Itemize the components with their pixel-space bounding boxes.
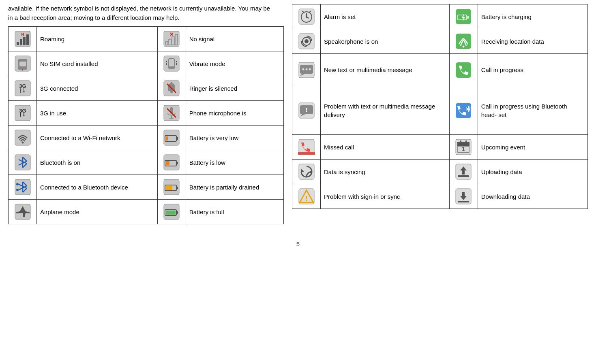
airplane-label: Airplane mode <box>37 200 158 224</box>
nosignal-icon: ✕ <box>162 29 181 49</box>
3guse-icon-cell: 3G <box>9 101 37 126</box>
svg-rect-19 <box>166 61 167 62</box>
vibrate-icon <box>162 54 181 73</box>
airplane-icon-cell <box>9 200 37 224</box>
speakerphone-icon-cell <box>292 29 321 54</box>
left-table: R Roaming ✕ <box>8 26 284 224</box>
battverylow-label: Battery is very low <box>186 126 283 150</box>
svg-rect-133 <box>458 201 469 202</box>
battfull-icon-cell <box>157 200 186 224</box>
alarm-set-label: Alarm is set <box>321 4 450 29</box>
svg-point-67 <box>16 189 19 191</box>
datasyncing-icon-cell <box>292 160 321 184</box>
battcharging-icon-cell <box>449 4 478 29</box>
svg-rect-120 <box>460 140 461 143</box>
micoff-label: Phone microphone is <box>186 101 283 126</box>
svg-rect-114 <box>298 152 315 155</box>
airplane-icon <box>13 202 32 221</box>
vibrate-label: Vibrate mode <box>186 51 283 76</box>
svg-rect-18 <box>169 59 174 66</box>
svg-point-95 <box>463 46 465 48</box>
svg-text:!: ! <box>305 195 307 202</box>
table-row: 3G 3G connected <box>9 76 284 101</box>
speakerphone-label: Speakerphone is on <box>321 29 450 54</box>
roaming-icon: R <box>13 29 32 49</box>
table-row: Airplane mode Battery is full <box>9 200 284 224</box>
battpartial-icon-cell <box>157 175 186 200</box>
wifi-icon-cell <box>9 126 37 150</box>
locationdata-label: Receiving location data <box>478 29 587 54</box>
callbt-icon-cell <box>449 86 478 135</box>
svg-rect-75 <box>176 211 178 214</box>
speakerphone-icon <box>297 32 316 51</box>
svg-text:✕: ✕ <box>169 32 174 37</box>
ringer-icon-cell <box>157 76 186 101</box>
svg-rect-2 <box>20 39 22 45</box>
battverylow-icon <box>162 128 181 147</box>
nosignal-label: No signal <box>186 27 283 51</box>
svg-point-101 <box>309 68 311 70</box>
callinprogress-icon <box>454 60 473 80</box>
newmsg-label: New text or multimedia message <box>321 54 450 86</box>
svg-rect-86 <box>467 16 469 19</box>
battverylow-icon-cell <box>157 126 186 150</box>
table-row: 3G 3G in use <box>9 101 284 126</box>
signproblem-icon: ! <box>297 187 316 206</box>
left-section: available. If the network symbol is not … <box>8 4 284 224</box>
signproblem-icon-cell: ! <box>292 184 321 209</box>
svg-text:!: ! <box>22 68 23 72</box>
table-row: ! No SIM card installed <box>9 51 284 76</box>
callinprogress-label: Call in progress <box>478 54 587 86</box>
intro-text: available. If the network symbol is not … <box>8 4 272 22</box>
callbt-label: Call in progress using Bluetooth head- s… <box>478 86 587 135</box>
table-row: ! Problem with text or multimedia messag… <box>292 86 588 135</box>
ringer-silenced-label: Ringer is silenced <box>186 76 283 101</box>
svg-rect-127 <box>458 175 469 177</box>
newmsg-icon <box>297 60 316 80</box>
vibrate-icon-cell <box>157 51 186 76</box>
btconn-icon-cell <box>9 175 37 200</box>
3guse-label: 3G in use <box>37 101 158 126</box>
uploaddata-icon-cell <box>449 160 478 184</box>
battcharging-label: Battery is charging <box>478 4 587 29</box>
newmsg-icon-cell <box>292 54 321 86</box>
locationdata-icon <box>454 32 473 51</box>
nosim-icon: ! <box>13 54 32 73</box>
alarm-icon <box>297 7 316 26</box>
problemmsg-icon: ! <box>297 101 316 120</box>
wifi-label: Connected to a Wi-Fi network <box>37 126 158 150</box>
missedcall-icon-cell <box>292 135 321 160</box>
nosim-icon-cell: ! <box>9 51 37 76</box>
svg-text:3G: 3G <box>19 83 26 89</box>
3g-icon: 3G <box>13 79 32 98</box>
svg-rect-107 <box>456 103 471 118</box>
table-row: Missed call 1 <box>292 135 588 160</box>
battlow-icon-cell <box>157 150 186 175</box>
table-row: Connected to a Bluetooth device Battery … <box>9 175 284 200</box>
bluetooth-label: Bluetooth is on <box>37 150 158 175</box>
svg-text:!: ! <box>305 106 307 113</box>
svg-point-45 <box>21 142 24 144</box>
svg-rect-59 <box>166 161 169 165</box>
datasyncing-label: Data is syncing <box>321 160 450 184</box>
upcomingevent-label: Upcoming event <box>478 135 587 160</box>
svg-point-66 <box>16 183 19 185</box>
table-row: Bluetooth is on Battery is low <box>9 150 284 175</box>
downloaddata-icon-cell <box>449 184 478 209</box>
bluetooth-icon <box>13 153 32 172</box>
wifi-icon <box>13 128 32 147</box>
nosignal-icon-cell: ✕ <box>157 27 186 51</box>
micoff-icon <box>162 103 181 123</box>
svg-rect-117 <box>457 142 470 146</box>
svg-rect-102 <box>456 62 471 78</box>
svg-rect-4 <box>26 34 29 45</box>
3g-icon-cell: 3G <box>9 76 37 101</box>
downloaddata-icon <box>454 187 473 206</box>
svg-rect-76 <box>166 211 176 215</box>
svg-rect-71 <box>166 186 172 190</box>
svg-rect-1 <box>17 42 19 45</box>
svg-rect-58 <box>176 162 178 164</box>
bluetooth-icon-cell <box>9 150 37 175</box>
signproblem-label: Problem with sign-in or sync <box>321 184 450 209</box>
uploaddata-label: Uploading data <box>478 160 587 184</box>
